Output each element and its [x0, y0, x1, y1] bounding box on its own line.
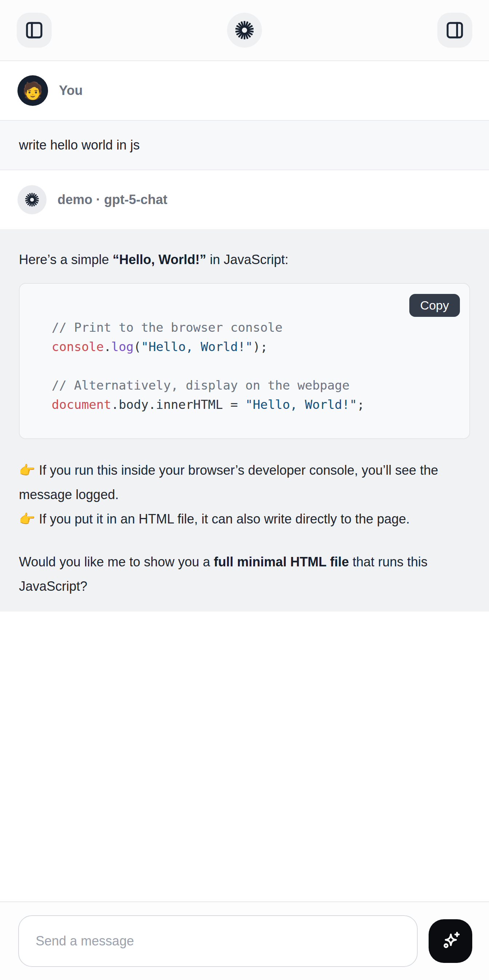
- send-button[interactable]: [428, 919, 472, 963]
- user-avatar: 🧑: [18, 75, 48, 106]
- assistant-name-label: demo · gpt-5-chat: [57, 192, 167, 207]
- panel-left-icon: [24, 21, 44, 40]
- chat-app: 🧑 You write hello world in js demo · gpt…: [0, 0, 489, 980]
- intro-paragraph: Here’s a simple “Hello, World!” in JavaS…: [19, 247, 470, 272]
- assistant-turn: demo · gpt-5-chat Here’s a simple “Hello…: [0, 170, 489, 611]
- question-bold: full minimal HTML file: [214, 554, 349, 569]
- code-token-comment: // Alternatively, display on the webpage: [52, 378, 350, 393]
- user-name-label: You: [59, 83, 83, 98]
- copy-button[interactable]: Copy: [409, 294, 460, 317]
- starburst-icon: [24, 191, 40, 208]
- assistant-message: Here’s a simple “Hello, World!” in JavaS…: [0, 229, 489, 611]
- user-turn: 🧑 You write hello world in js: [0, 61, 489, 170]
- sidebar-toggle-button[interactable]: [17, 13, 52, 48]
- code-token-plain: );: [253, 339, 268, 354]
- question-paragraph: Would you like me to show you a full min…: [19, 550, 470, 598]
- code-token-plain: .body.innerHTML =: [111, 397, 245, 412]
- code-token-comment: // Print to the browser console: [52, 320, 283, 335]
- user-turn-header: 🧑 You: [0, 61, 489, 120]
- tip-line-1: 👉 If you run this inside your browser’s …: [19, 463, 438, 502]
- message-input[interactable]: [18, 915, 418, 967]
- intro-post: in JavaScript:: [206, 252, 288, 267]
- code-token-plain: (: [134, 339, 141, 354]
- code-token-string: "Hello, World!": [141, 339, 253, 354]
- intro-bold: “Hello, World!”: [112, 252, 206, 267]
- assistant-avatar: [18, 185, 46, 214]
- intro-pre: Here’s a simple: [19, 252, 112, 267]
- user-message: write hello world in js: [0, 120, 489, 170]
- code-token-plain: .: [104, 339, 111, 354]
- code-token-red: document: [52, 397, 111, 412]
- user-message-text: write hello world in js: [19, 137, 140, 153]
- code-token-red: console: [52, 339, 104, 354]
- assistant-turn-header: demo · gpt-5-chat: [0, 170, 489, 229]
- panel-right-icon: [445, 21, 465, 40]
- code-token-plain: ;: [357, 397, 364, 412]
- code-content: // Print to the browser console console.…: [52, 318, 455, 414]
- tips-paragraph: 👉 If you run this inside your browser’s …: [19, 458, 470, 531]
- code-token-purple: log: [111, 339, 134, 354]
- composer-bar: [0, 901, 489, 980]
- top-bar: [0, 0, 489, 61]
- code-token-string: "Hello, World!": [245, 397, 357, 412]
- right-panel-toggle-button[interactable]: [437, 13, 472, 48]
- user-avatar-emoji: 🧑: [22, 82, 43, 99]
- tip-line-2: 👉 If you put it in an HTML file, it can …: [19, 511, 410, 527]
- model-button[interactable]: [227, 13, 262, 48]
- sparkle-icon: [438, 929, 462, 953]
- code-block: Copy // Print to the browser console con…: [19, 283, 470, 439]
- question-pre: Would you like me to show you a: [19, 554, 214, 569]
- starburst-icon: [233, 19, 256, 41]
